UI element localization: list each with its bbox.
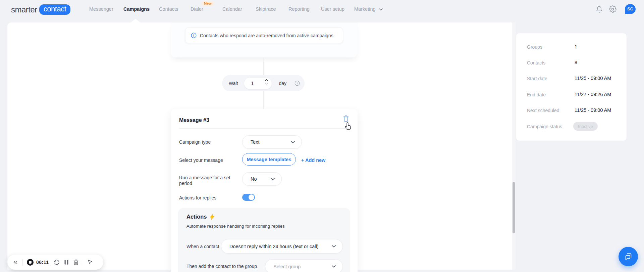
divider (22, 259, 23, 266)
actions-section: Actions Automate response handling for i… (178, 208, 350, 272)
run-period-value: No (251, 176, 257, 182)
chevron-down-icon (379, 8, 383, 11)
campaign-type-select[interactable]: Text (242, 135, 302, 149)
actions-for-replies-toggle[interactable] (242, 194, 255, 201)
nav-item-contacts[interactable]: Contacts (159, 6, 178, 12)
select-group-select[interactable]: Select group (265, 259, 343, 272)
select-group-placeholder: Select group (273, 264, 301, 269)
recording-time: 06:11 (36, 260, 49, 265)
campaign-summary-card: Groups 1 Contacts 8 Start date 11/25 - 0… (516, 33, 627, 141)
then-add-group-label: Then add the contact to the group (186, 264, 257, 269)
brand-logo[interactable]: smarter contact (11, 4, 70, 15)
banner-text: Contacts who respond are auto-removed fr… (200, 33, 333, 38)
summary-label: End date (527, 92, 546, 97)
divider (179, 128, 349, 129)
restart-icon[interactable] (54, 259, 60, 265)
wait-label: Wait (229, 81, 238, 86)
wait-value: 1 (251, 81, 254, 86)
chevron-down-icon (271, 178, 275, 180)
message-card: Message #3 Campaign type Text Select you… (171, 109, 358, 272)
active-tab-notch (131, 19, 140, 22)
status-badge: Inactive (573, 122, 598, 131)
chevron-down-icon (332, 245, 336, 247)
nav-item-marketing[interactable]: Marketing (354, 6, 383, 12)
hand-cursor (343, 122, 352, 132)
previous-step-card: Contacts who respond are auto-removed fr… (171, 22, 358, 57)
brand-word-right: contact (39, 4, 70, 15)
flow-connector (263, 57, 264, 75)
bell-icon[interactable] (596, 6, 603, 13)
select-message-label: Select your message (179, 157, 223, 163)
recorder-toolbar: 06:11 (7, 255, 103, 270)
flow-connector (263, 91, 264, 109)
summary-label: Groups (527, 44, 542, 50)
toggle-knob (249, 194, 254, 200)
nav-item-calendar[interactable]: Calendar (222, 6, 242, 12)
chat-launcher-button[interactable] (619, 247, 638, 266)
when-condition-select[interactable]: Doesn't reply within 24 hours (text or c… (221, 239, 343, 254)
campaign-type-label: Campaign type (179, 139, 211, 145)
avatar[interactable]: SC (625, 4, 636, 14)
pause-icon[interactable] (64, 260, 69, 265)
wait-step: Wait 1 day (222, 75, 305, 91)
auto-remove-banner: Contacts who respond are auto-removed fr… (185, 28, 343, 43)
wait-days-stepper[interactable]: 1 (244, 77, 272, 89)
record-stop-icon[interactable] (27, 259, 34, 266)
actions-title: Actions (186, 214, 207, 220)
nav-item-skiptrace[interactable]: Skiptrace (256, 6, 276, 12)
new-badge: New (202, 1, 214, 6)
info-icon (191, 33, 197, 38)
summary-value: 11/25 - 09:00 AM (575, 76, 611, 81)
summary-value: 11/25 - 09:00 AM (575, 107, 611, 113)
info-icon[interactable] (294, 81, 300, 86)
when-a-contact-label: When a contact (186, 244, 219, 249)
wait-unit: day (279, 81, 286, 86)
run-period-label: Run a message for a set period (179, 175, 231, 186)
chevron-down-icon (332, 265, 336, 268)
delete-message-button[interactable] (343, 115, 349, 122)
summary-label: Contacts (527, 60, 545, 65)
chevron-down-icon (265, 83, 268, 85)
campaign-type-value: Text (251, 139, 260, 145)
cursor-icon[interactable] (87, 259, 93, 265)
nav-item-campaigns[interactable]: Campaigns (123, 6, 150, 12)
gear-icon[interactable] (609, 5, 616, 13)
summary-value: 8 (575, 60, 577, 65)
smarter-contact-app: smarter contact Messenger Campaigns Cont… (0, 0, 644, 272)
nav-item-messenger[interactable]: Messenger (89, 6, 113, 12)
nav-item-dialer[interactable]: Dialer New (191, 6, 203, 12)
nav-item-user-setup[interactable]: User setup (321, 6, 344, 12)
lightning-icon (210, 214, 215, 220)
campaign-status-label: Campaign status (527, 124, 562, 129)
nav-item-reporting[interactable]: Reporting (288, 6, 310, 12)
summary-label: Start date (527, 76, 547, 81)
collapse-icon[interactable] (12, 259, 18, 265)
chat-bubbles-icon (624, 252, 633, 261)
message-templates-button[interactable]: Message templates (242, 153, 296, 166)
summary-label: Next scheduled (527, 108, 559, 113)
add-new-link[interactable]: + Add new (301, 157, 325, 163)
brand-word-left: smarter (11, 5, 37, 14)
chevron-down-icon (291, 141, 295, 143)
divider (83, 259, 83, 266)
stepper-arrows[interactable] (265, 79, 268, 85)
nav-item-dialer-label: Dialer (191, 6, 203, 12)
actions-for-replies-label: Actions for replies (179, 195, 216, 200)
run-period-select[interactable]: No (242, 172, 282, 186)
scrollbar-thumb[interactable] (513, 182, 515, 233)
summary-value: 1 (575, 44, 577, 49)
summary-value: 11/27 - 09:26 AM (575, 92, 611, 97)
actions-subtitle: Automate response handling for incoming … (186, 224, 285, 229)
nav-item-marketing-label: Marketing (354, 6, 376, 12)
chevron-up-icon (265, 79, 268, 81)
message-card-title: Message #3 (179, 117, 209, 123)
trash-icon[interactable] (73, 259, 79, 265)
when-condition-value: Doesn't reply within 24 hours (text or c… (229, 244, 319, 249)
